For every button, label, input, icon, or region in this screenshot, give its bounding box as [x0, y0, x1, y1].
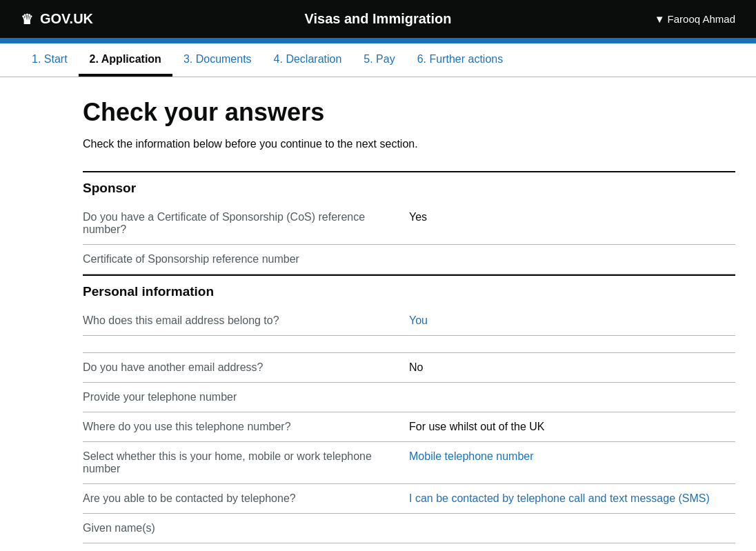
another-email-answer: No	[409, 353, 735, 383]
table-row: Are you able to be contacted by telephon…	[83, 484, 735, 514]
table-row: Select whether this is your home, mobile…	[83, 442, 735, 484]
personal-info-table: Who does this email address belong to? Y…	[83, 306, 735, 543]
telephone-use-answer: For use whilst out of the UK	[409, 412, 735, 442]
tab-pay[interactable]: 5. Pay	[352, 43, 406, 77]
table-row	[83, 336, 735, 353]
page-title: Check your answers	[83, 98, 735, 127]
sponsor-cos-ref-question: Certificate of Sponsorship reference num…	[83, 245, 409, 274]
spacer-answer	[409, 336, 735, 353]
given-name-answer	[409, 514, 735, 543]
email-owner-question: Who does this email address belong to?	[83, 306, 409, 336]
given-name-question: Given name(s)	[83, 514, 409, 543]
telephone-type-question: Select whether this is your home, mobile…	[83, 442, 409, 484]
crown-icon: ♛	[21, 11, 33, 28]
tab-application[interactable]: 2. Application	[79, 43, 172, 77]
tab-documents[interactable]: 3. Documents	[172, 43, 263, 77]
sponsor-heading: Sponsor	[83, 171, 735, 203]
sponsor-section: Sponsor Do you have a Certificate of Spo…	[83, 171, 735, 274]
telephone-question: Provide your telephone number	[83, 383, 409, 412]
spacer-question	[83, 336, 409, 353]
logo-text: GOV.UK	[40, 11, 93, 27]
table-row: Certificate of Sponsorship reference num…	[83, 245, 735, 274]
personal-info-heading: Personal information	[83, 274, 735, 306]
header-title: Visas and Immigration	[304, 11, 451, 27]
table-row: Provide your telephone number	[83, 383, 735, 412]
progress-bar	[0, 38, 756, 43]
user-arrow: ▼	[655, 13, 665, 25]
page-subtitle: Check the information below before you c…	[83, 138, 735, 150]
step-navigation: 1. Start 2. Application 3. Documents 4. …	[0, 43, 756, 77]
telephone-answer	[409, 383, 735, 412]
contact-by-phone-answer: I can be contacted by telephone call and…	[409, 484, 735, 514]
sponsor-cos-ref-answer	[409, 245, 735, 274]
contact-by-phone-question: Are you able to be contacted by telephon…	[83, 484, 409, 514]
gov-uk-logo[interactable]: ♛ GOV.UK	[21, 11, 93, 28]
another-email-question: Do you have another email address?	[83, 353, 409, 383]
sponsor-cos-answer: Yes	[409, 203, 735, 245]
table-row: Do you have another email address? No	[83, 353, 735, 383]
personal-info-section: Personal information Who does this email…	[83, 274, 735, 543]
sponsor-cos-question: Do you have a Certificate of Sponsorship…	[83, 203, 409, 245]
table-row: Do you have a Certificate of Sponsorship…	[83, 203, 735, 245]
email-owner-answer: You	[409, 306, 735, 336]
page-header: ♛ GOV.UK Visas and Immigration ▼ Farooq …	[0, 0, 756, 38]
sponsor-table: Do you have a Certificate of Sponsorship…	[83, 203, 735, 274]
table-row: Where do you use this telephone number? …	[83, 412, 735, 442]
user-menu[interactable]: ▼ Farooq Ahmad	[655, 13, 735, 25]
telephone-type-answer: Mobile telephone number	[409, 442, 735, 484]
table-row: Given name(s)	[83, 514, 735, 543]
main-content: Check your answers Check the information…	[0, 77, 756, 551]
table-row: Who does this email address belong to? Y…	[83, 306, 735, 336]
user-name: Farooq Ahmad	[668, 13, 735, 25]
tab-declaration[interactable]: 4. Declaration	[263, 43, 353, 77]
telephone-use-question: Where do you use this telephone number?	[83, 412, 409, 442]
tab-start[interactable]: 1. Start	[21, 43, 79, 77]
tab-further-actions[interactable]: 6. Further actions	[406, 43, 515, 77]
